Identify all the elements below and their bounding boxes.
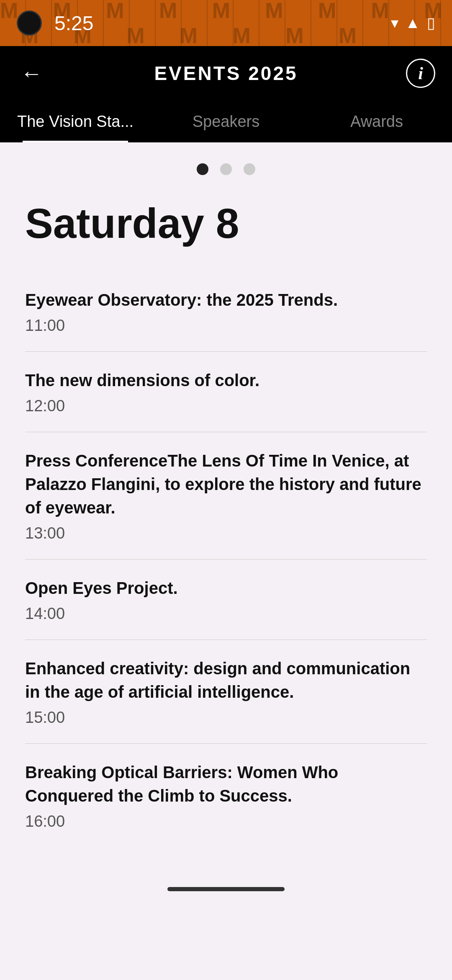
pagination-dot-2[interactable] [220,163,232,175]
event-title-3: Press ConferenceThe Lens Of Time In Veni… [25,449,427,519]
home-indicator [0,872,452,906]
info-icon: i [418,63,423,83]
event-time-2: 12:00 [25,397,427,415]
battery-icon: ▯ [427,14,435,32]
header: ← EVENTS 2025 i [0,46,452,101]
event-title-5: Enhanced creativity: design and communic… [25,657,427,704]
pagination-dot-3[interactable] [244,163,255,175]
pagination-dot-1[interactable] [197,163,208,175]
event-title-1: Eyewear Observatory: the 2025 Trends. [25,288,427,312]
back-arrow-icon: ← [21,62,42,84]
event-item-3[interactable]: Press ConferenceThe Lens Of Time In Veni… [25,432,427,560]
event-time-5: 15:00 [25,709,427,727]
day-title: Saturday 8 [25,200,427,246]
wifi-icon: ▾ [391,14,398,32]
tab-speakers[interactable]: Speakers [151,101,301,142]
back-button[interactable]: ← [17,59,46,88]
event-title-2: The new dimensions of color. [25,369,427,392]
page-title: EVENTS 2025 [46,62,406,85]
event-item-2[interactable]: The new dimensions of color. 12:00 [25,352,427,432]
event-item-5[interactable]: Enhanced creativity: design and communic… [25,640,427,744]
pagination [0,142,452,192]
status-time: 5:25 [54,12,391,35]
event-item-1[interactable]: Eyewear Observatory: the 2025 Trends. 11… [25,271,427,352]
event-time-6: 16:00 [25,812,427,830]
event-time-1: 11:00 [25,317,427,335]
camera-dot [17,10,42,36]
tab-vision-stage[interactable]: The Vision Sta... [0,101,151,142]
status-bar: M M M M M M M M M M M M M M M M 5:25 ▾ ▲… [0,0,452,46]
signal-icon: ▲ [405,14,420,32]
event-item-6[interactable]: Breaking Optical Barriers: Women Who Con… [25,744,427,847]
event-time-3: 13:00 [25,524,427,542]
event-item-4[interactable]: Open Eyes Project. 14:00 [25,560,427,640]
home-bar [167,887,285,891]
info-button[interactable]: i [406,59,435,88]
event-time-4: 14:00 [25,605,427,623]
event-title-4: Open Eyes Project. [25,576,427,600]
tabs-container: The Vision Sta... Speakers Awards [0,101,452,142]
tab-awards[interactable]: Awards [301,101,452,142]
main-content: Saturday 8 Eyewear Observatory: the 2025… [0,192,452,872]
event-title-6: Breaking Optical Barriers: Women Who Con… [25,761,427,807]
status-icons: ▾ ▲ ▯ [391,14,435,32]
